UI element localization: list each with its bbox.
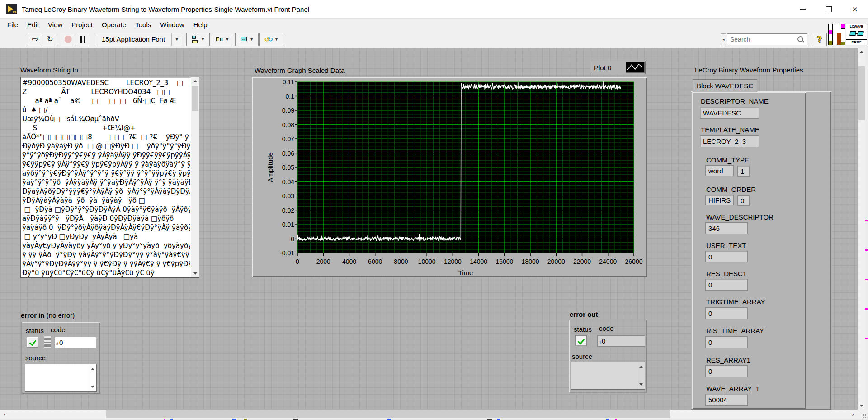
run-button[interactable]: ⇨ — [28, 33, 42, 46]
error-in-code-spinner[interactable] — [44, 336, 51, 348]
property-field-comm_order-numeric: 0 — [737, 195, 750, 206]
source-scrollbar[interactable] — [637, 362, 645, 389]
property-label-ris_time_array: RIS_TIME_ARRAY — [706, 327, 764, 334]
tab-block-wavedesc[interactable]: Block WAVEDESC — [693, 79, 757, 92]
vertical-scrollbar-thumb[interactable] — [858, 66, 865, 120]
property-field-user_text: 0 — [705, 251, 748, 262]
y-tick-label: 0.08 — [267, 121, 294, 129]
error-in-source-field[interactable] — [25, 364, 97, 392]
menu-tools[interactable]: Tools — [131, 19, 156, 30]
error-out-label: error out — [570, 310, 598, 318]
radix-indicator: d — [56, 342, 58, 348]
scroll-down-icon[interactable] — [858, 402, 865, 410]
resize-grip[interactable] — [863, 413, 867, 418]
string-scrollbar[interactable] — [191, 77, 199, 277]
error-in-code-value: 0 — [59, 339, 63, 346]
waveform-string-label: Waveform String In — [20, 66, 78, 74]
search-input[interactable] — [727, 36, 797, 43]
status-label: status — [574, 325, 592, 333]
menu-project[interactable]: Project — [67, 19, 97, 30]
y-tick-label: 0.04 — [267, 178, 294, 186]
close-button[interactable]: ✕ — [842, 0, 868, 18]
scroll-down-icon[interactable] — [637, 381, 645, 388]
error-in-cluster: status code d 0 source — [21, 322, 100, 394]
decrement-icon[interactable] — [44, 342, 51, 348]
y-tick-label: 0.06 — [267, 150, 294, 157]
x-axis-label: Time — [448, 269, 484, 277]
increment-icon[interactable] — [44, 336, 51, 342]
pause-icon — [80, 36, 85, 43]
y-tick-label: 0.11 — [267, 78, 294, 86]
scroll-right-icon[interactable]: › — [849, 410, 858, 419]
property-field-ris_time_array: 0 — [705, 336, 748, 348]
x-tick-label: 26000 — [618, 258, 650, 265]
scroll-up-icon[interactable] — [637, 363, 645, 371]
pause-button[interactable] — [76, 33, 90, 46]
vertical-scrollbar[interactable] — [858, 48, 865, 410]
abort-icon — [65, 36, 72, 43]
y-tick-label: 0.1 — [267, 93, 294, 100]
property-label-user_text: USER_TEXT — [706, 242, 746, 249]
error-out-code-field: d 0 — [597, 335, 645, 347]
vi-icon-lcwave-desc[interactable]: LCWAVE DESC — [846, 24, 867, 45]
scroll-up-icon[interactable] — [191, 77, 199, 85]
property-label-res_array1: RES_ARRAY1 — [706, 356, 750, 364]
vi-connector-pane-icon[interactable] — [828, 24, 845, 45]
source-label: source — [572, 353, 592, 360]
distribute-objects-button[interactable]: ▼ — [211, 33, 234, 46]
menu-edit[interactable]: Edit — [23, 19, 43, 30]
horizontal-scrollbar-thumb[interactable] — [106, 410, 670, 418]
menu-view[interactable]: View — [43, 19, 67, 30]
menu-file[interactable]: File — [3, 19, 23, 30]
waveform-graph[interactable]: Amplitude Time 0.110.10.090.080.070.060.… — [252, 77, 647, 277]
error-in-code-field[interactable]: d 0 — [55, 337, 96, 348]
check-icon — [29, 339, 37, 346]
context-help-button[interactable]: ? — [812, 33, 827, 46]
reorder-button[interactable]: ↺↻▼ — [259, 33, 283, 46]
distribute-objects-icon — [216, 35, 224, 43]
y-tick-label: 0.09 — [267, 107, 294, 114]
scroll-down-icon[interactable] — [191, 270, 199, 277]
property-field-template_name: LECROY_2_3 — [700, 135, 759, 147]
menu-window[interactable]: Window — [156, 19, 189, 30]
minimize-button[interactable] — [789, 0, 816, 18]
menu-help[interactable]: Help — [189, 19, 212, 30]
scroll-left-icon[interactable]: ‹ — [0, 410, 9, 419]
vi-icon-text-top: LCWAVE — [846, 24, 867, 29]
front-panel-workspace: Waveform String In #9000050350WAVEDESC L… — [0, 48, 858, 410]
scroll-down-icon[interactable] — [89, 383, 96, 391]
source-scrollbar[interactable] — [89, 364, 96, 391]
property-field-res_desc1: 0 — [705, 279, 748, 291]
waveform-string-control[interactable]: #9000050350WAVEDESC LECROY_2_3 □ □Z ÃT L… — [20, 77, 199, 278]
abort-button[interactable] — [61, 33, 75, 46]
graph-plot-area[interactable] — [252, 77, 647, 277]
scroll-up-icon[interactable] — [89, 365, 96, 373]
property-label-res_desc1: RES_DESC1 — [706, 270, 746, 277]
menu-bar: FileEditViewProjectOperateToolsWindowHel… — [0, 19, 868, 31]
error-out-code-value: 0 — [602, 337, 605, 345]
error-out-source-field — [571, 362, 645, 390]
code-label: code — [599, 325, 614, 332]
waveform-string-content[interactable]: #9000050350WAVEDESC LECROY_2_3 □ □Z ÃT L… — [22, 78, 190, 277]
maximize-button[interactable] — [816, 0, 842, 18]
source-label: source — [25, 354, 46, 362]
align-objects-button[interactable]: ▼ — [186, 33, 210, 46]
error-in-status-button[interactable] — [27, 337, 38, 348]
y-tick-label: 0.03 — [267, 192, 294, 200]
error-out-status-indicator — [575, 335, 587, 346]
property-label-wave_descriptor: WAVE_DESCRIPTOR — [706, 213, 774, 221]
property-field-trigtime_array: 0 — [705, 307, 748, 319]
plot-legend[interactable]: Plot 0 — [590, 61, 646, 74]
scroll-up-icon[interactable] — [858, 48, 865, 56]
y-tick-label: -0.01 — [267, 249, 294, 257]
run-continuously-button[interactable]: ↻ — [43, 33, 57, 46]
font-selector[interactable]: 15pt Application Font ▼ — [95, 33, 182, 46]
resize-objects-button[interactable]: ↔ ▼ — [235, 33, 259, 46]
menu-operate[interactable]: Operate — [97, 19, 131, 30]
property-label-comm_type: COMM_TYPE — [706, 156, 749, 164]
error-out-cluster: status code d 0 source — [569, 320, 647, 393]
search-expander-button[interactable]: ◂ — [721, 33, 726, 45]
search-box[interactable] — [727, 33, 807, 45]
glasses-icon — [850, 31, 863, 36]
horizontal-scrollbar[interactable]: ‹ › — [0, 410, 858, 419]
